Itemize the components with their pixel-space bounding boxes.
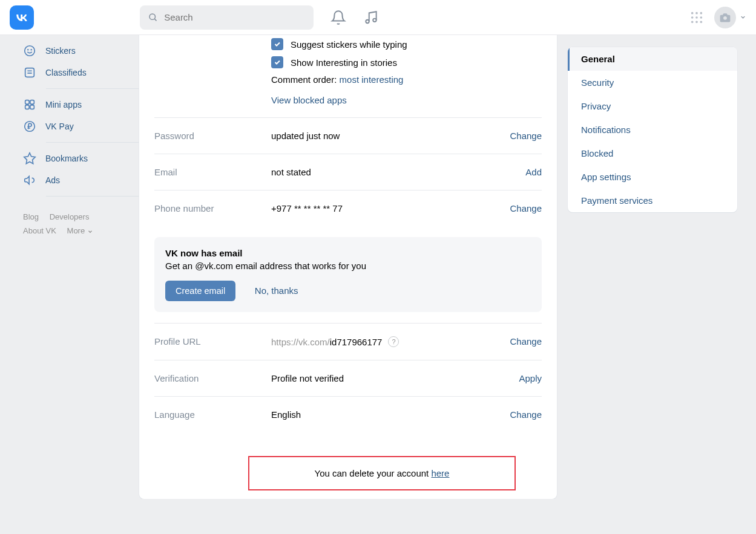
setting-label: Phone number [154, 203, 271, 213]
svg-rect-17 [25, 100, 29, 104]
svg-point-9 [691, 21, 694, 23]
delete-account-link[interactable]: here [431, 468, 449, 478]
setting-row-password: Password updated just now Change [154, 117, 542, 154]
svg-point-11 [700, 21, 703, 23]
sidebar-item-label: Mini apps [45, 100, 82, 109]
footer-about-link[interactable]: About VK [23, 224, 56, 238]
comment-order-label: Comment order: [271, 74, 340, 85]
apps-grid-icon[interactable] [690, 11, 703, 24]
svg-rect-20 [30, 105, 34, 109]
promo-title: VK now has email [165, 248, 531, 258]
setting-value: English [271, 409, 510, 420]
svg-rect-18 [30, 100, 34, 104]
svg-point-0 [150, 13, 155, 19]
music-icon[interactable] [363, 10, 379, 25]
apps-icon [23, 98, 36, 111]
avatar [714, 7, 736, 28]
svg-point-4 [695, 11, 698, 14]
checkbox-row-interesting-stories[interactable]: Show Interesting in stories [154, 53, 542, 71]
comment-order-row: Comment order: most interesting [154, 71, 542, 88]
chevron-down-icon [740, 14, 746, 21]
sidebar-item-classifieds[interactable]: Classifieds [23, 62, 139, 83]
checkbox-checked-icon [271, 38, 283, 50]
setting-value: +977 ** ** ** ** 77 [271, 203, 510, 213]
footer-more-link[interactable]: More [67, 224, 93, 238]
setting-row-email: Email not stated Add [154, 154, 542, 190]
change-password-link[interactable]: Change [510, 131, 542, 141]
setting-label: Profile URL [154, 336, 271, 347]
svg-point-10 [695, 21, 698, 23]
setting-row-language: Language English Change [154, 396, 542, 432]
checkbox-checked-icon [271, 56, 283, 68]
sidebar-item-bookmarks[interactable]: Bookmarks [23, 148, 139, 169]
svg-rect-16 [25, 68, 35, 77]
setting-label: Email [154, 167, 271, 177]
sidebar-item-vkpay[interactable]: VK Pay [23, 116, 139, 137]
divider [46, 142, 139, 143]
profile-menu[interactable] [714, 7, 746, 28]
setting-row-phone: Phone number +977 ** ** ** ** 77 Change [154, 190, 542, 226]
sidebar-footer: Blog Developers About VK More [23, 201, 139, 238]
sidebar-item-stickers[interactable]: Stickers [23, 40, 139, 62]
change-language-link[interactable]: Change [510, 409, 542, 420]
rail-item-notifications[interactable]: Notifications [568, 118, 737, 142]
svg-point-3 [691, 11, 694, 14]
setting-label: Verification [154, 373, 271, 383]
smile-icon [23, 44, 36, 57]
setting-row-verification: Verification Profile not verified Apply [154, 360, 542, 396]
ruble-icon [23, 120, 36, 133]
checkbox-label: Suggest stickers while typing [291, 39, 407, 50]
sidebar-item-label: Ads [45, 175, 60, 185]
rail-item-general[interactable]: General [568, 47, 737, 71]
sidebar-item-label: VK Pay [45, 122, 74, 131]
main-settings-panel: Suggest stickers while typing Show Inter… [139, 35, 557, 499]
help-icon[interactable]: ? [388, 336, 399, 347]
setting-value: updated just now [271, 131, 510, 141]
sidebar-item-ads[interactable]: Ads [23, 169, 139, 191]
footer-blog-link[interactable]: Blog [23, 210, 39, 224]
rail-item-privacy[interactable]: Privacy [568, 94, 737, 118]
create-email-button[interactable]: Create email [165, 281, 235, 301]
search-input[interactable] [164, 12, 305, 22]
divider [46, 88, 139, 89]
comment-order-link[interactable]: most interesting [340, 74, 404, 85]
vk-logo[interactable] [10, 5, 34, 30]
sidebar-item-miniapps[interactable]: Mini apps [23, 94, 139, 116]
top-header [0, 0, 756, 35]
checkbox-row-suggest-stickers[interactable]: Suggest stickers while typing [154, 35, 542, 53]
change-phone-link[interactable]: Change [510, 203, 542, 213]
right-rail: General Security Privacy Notifications B… [568, 35, 737, 499]
sidebar-item-label: Classifieds [45, 68, 87, 77]
classifieds-icon [23, 66, 36, 79]
sidebar-item-label: Stickers [45, 46, 76, 56]
change-url-link[interactable]: Change [510, 336, 542, 347]
no-thanks-button[interactable]: No, thanks [255, 285, 298, 296]
megaphone-icon [23, 174, 36, 187]
rail-item-payment-services[interactable]: Payment services [568, 189, 737, 212]
setting-row-profile-url: Profile URL https://vk.com/id717966177 ?… [154, 323, 542, 360]
svg-point-15 [31, 50, 31, 50]
setting-value: not stated [271, 167, 525, 177]
view-blocked-row: View blocked apps [154, 88, 542, 117]
svg-point-12 [723, 16, 727, 19]
add-email-link[interactable]: Add [525, 167, 542, 177]
svg-point-2 [373, 18, 376, 21]
footer-developers-link[interactable]: Developers [50, 210, 90, 224]
svg-point-14 [28, 50, 28, 50]
setting-label: Password [154, 131, 271, 141]
divider [46, 196, 139, 197]
rail-item-blocked[interactable]: Blocked [568, 142, 737, 165]
rail-item-app-settings[interactable]: App settings [568, 165, 737, 189]
sidebar-item-label: Bookmarks [45, 154, 88, 163]
camera-icon [719, 11, 731, 24]
svg-point-13 [25, 46, 35, 56]
svg-rect-19 [25, 105, 29, 109]
search-box[interactable] [140, 5, 314, 30]
apply-verification-link[interactable]: Apply [519, 373, 542, 383]
url-prefix: https://vk.com/ [271, 337, 330, 347]
bell-icon[interactable] [330, 10, 346, 25]
view-blocked-link[interactable]: View blocked apps [271, 95, 347, 105]
email-promo-box: VK now has email Get an @vk.com email ad… [154, 237, 542, 312]
setting-value: Profile not verified [271, 373, 519, 383]
rail-item-security[interactable]: Security [568, 71, 737, 94]
